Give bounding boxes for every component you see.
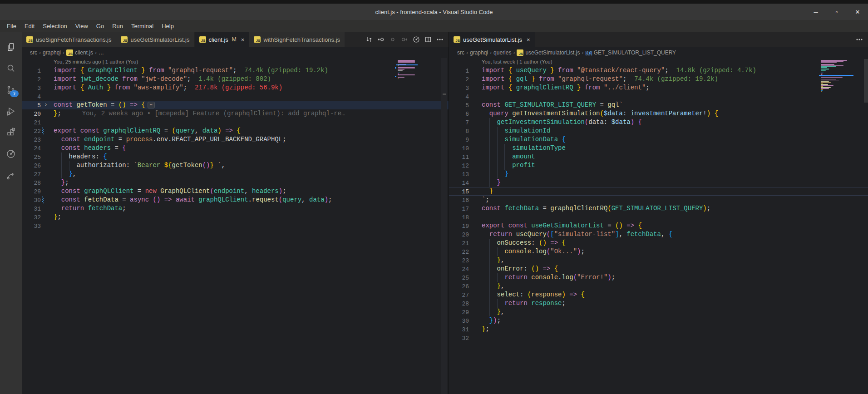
tab-useGetSimulatorList.js[interactable]: JSuseGetSimulatorList.js [116, 32, 194, 47]
code-line[interactable]: 19export const useGetSimulatorList = () … [449, 222, 868, 230]
more-actions-icon[interactable] [854, 34, 864, 44]
tab-client.js[interactable]: JSclient.jsM× [195, 32, 250, 47]
minimize-button[interactable]: ─ [805, 4, 826, 20]
share-icon[interactable] [0, 164, 22, 186]
code-line[interactable]: 8 simulationId [449, 127, 868, 135]
code-line[interactable]: 12 profit [449, 161, 868, 170]
code-line[interactable]: 9 simulationData { [449, 135, 868, 144]
code-line[interactable]: 6 query getInvestmentSimulation($data: i… [449, 109, 868, 118]
code-line[interactable]: 32 [449, 334, 868, 342]
code-line[interactable]: 31}; [449, 325, 868, 334]
tab-withSignFetchTransactions.js[interactable]: JSwithSignFetchTransactions.js [249, 32, 345, 47]
close-icon[interactable]: × [241, 36, 245, 43]
codelens-authors[interactable]: You, last week | 1 author (You) [449, 58, 868, 66]
folded-region-badge[interactable]: ⋯ [148, 102, 155, 108]
code-line[interactable]: 27 }, [22, 170, 449, 178]
fold-chevron-icon[interactable]: › [41, 101, 51, 109]
menu-item-selection[interactable]: Selection [39, 21, 71, 31]
menu-item-help[interactable]: Help [158, 21, 178, 31]
code-line[interactable]: 21 [22, 118, 449, 127]
explorer-icon[interactable] [0, 36, 22, 58]
code-line[interactable]: 3import { graphqlClientRQ } from "../cli… [449, 84, 868, 92]
code-line[interactable]: 28 return response; [449, 299, 868, 308]
breadcrumb[interactable]: src›graphql›queries›JSuseGetSimulatorLis… [449, 47, 868, 58]
tab-useSignFetchTransactions.js[interactable]: JSuseSignFetchTransactions.js [22, 32, 116, 47]
previous-change-icon[interactable] [376, 34, 386, 44]
title-bar[interactable]: client.js - frontend-xcala - Visual Stud… [0, 4, 868, 20]
code-line[interactable]: 20 return useQuery(["simulator-list"], f… [449, 230, 868, 239]
maximize-button[interactable]: ▫ [826, 4, 847, 20]
search-icon[interactable] [0, 58, 22, 79]
code-line[interactable]: 33 [22, 222, 449, 230]
code-line[interactable]: 24 const headers = { [22, 144, 449, 153]
code-line[interactable]: 4 [449, 92, 868, 101]
breadcrumb-item[interactable]: graphql [470, 49, 488, 56]
vertical-scrollbar[interactable] [864, 59, 868, 103]
minimap[interactable] [398, 59, 417, 80]
code-line[interactable]: 24 onError: () => { [449, 265, 868, 273]
code-line[interactable]: 30 }); [449, 316, 868, 325]
code-line[interactable]: 17const fetchData = graphqlClientRQ(GET_… [449, 204, 868, 213]
breadcrumb-item[interactable]: … [99, 49, 104, 56]
more-actions-icon[interactable] [435, 34, 445, 44]
menu-item-edit[interactable]: Edit [20, 21, 39, 31]
code-line[interactable]: 25 headers: { [22, 153, 449, 161]
code-line[interactable]: 28 }; [22, 178, 449, 187]
code-line[interactable]: 3import { Auth } from "aws-amplify"; 217… [22, 84, 449, 92]
code-line[interactable]: 23 const endpoint = process.env.REACT_AP… [22, 135, 449, 144]
code-line[interactable]: 26 }, [449, 282, 868, 291]
source-control-icon[interactable]: 7 [0, 79, 22, 100]
code-line[interactable]: 26 authorization: `Bearer ${getToken()} … [22, 161, 449, 170]
extensions-icon[interactable] [0, 122, 22, 143]
next-change-icon[interactable] [399, 34, 409, 44]
gitlens-annotate-icon[interactable] [411, 34, 421, 44]
current-change-icon[interactable] [388, 34, 398, 44]
minimap[interactable] [821, 59, 853, 94]
code-editor[interactable]: You, last week | 1 author (You)1import {… [449, 58, 868, 394]
menu-item-run[interactable]: Run [108, 21, 127, 31]
menu-item-terminal[interactable]: Terminal [127, 21, 158, 31]
breadcrumb-item[interactable]: src [30, 49, 37, 56]
code-line[interactable]: 27 select: (response) => { [449, 291, 868, 299]
tab-useGetSimulatorList.js[interactable]: JSuseGetSimulatorList.js× [449, 32, 535, 47]
code-line[interactable]: 15 } [449, 187, 868, 196]
breadcrumb-item[interactable]: JSuseGetSimulatorList.js [517, 49, 580, 56]
code-line[interactable]: 29 }, [449, 308, 868, 316]
code-line[interactable]: 2import jwt_decode from "jwt-decode"; 1.… [22, 75, 449, 84]
breadcrumb[interactable]: src›graphql›JSclient.js›… [22, 47, 449, 58]
code-line[interactable]: 14 } [449, 178, 868, 187]
code-line[interactable]: 10 simulationType [449, 144, 868, 153]
code-line[interactable]: 11 amount [449, 153, 868, 161]
breadcrumb-item[interactable]: [@]GET_SIMULATOR_LIST_QUERY [585, 49, 676, 56]
close-button[interactable]: ✕ [847, 4, 868, 20]
menu-item-view[interactable]: View [71, 21, 92, 31]
open-changes-icon[interactable] [364, 34, 374, 44]
code-line[interactable]: 5const GET_SIMULATOR_LIST_QUERY = gql` [449, 101, 868, 109]
breadcrumb-item[interactable]: graphql [43, 49, 61, 56]
code-line[interactable]: 32}; [22, 213, 449, 222]
code-line[interactable]: 1import { useQuery } from "@tanstack/rea… [449, 66, 868, 75]
code-line[interactable]: 21 onSuccess: () => { [449, 239, 868, 247]
code-line[interactable]: 31 return fetchData; [22, 204, 449, 213]
code-line[interactable]: 20};You, 2 weeks ago • [mcepeda] Feature… [22, 109, 449, 118]
code-editor[interactable]: You, 25 minutes ago | 1 author (You)1imp… [22, 58, 449, 394]
menu-item-go[interactable]: Go [92, 21, 108, 31]
code-line[interactable]: 4 [22, 92, 449, 101]
code-line[interactable]: 18 [449, 213, 868, 222]
code-line[interactable]: 7 getInvestmentSimulation(data: $data) { [449, 118, 868, 127]
split-editor-icon[interactable] [423, 34, 433, 44]
breadcrumb-item[interactable]: queries [493, 49, 511, 56]
code-line[interactable]: 16`; [449, 196, 868, 204]
code-line[interactable]: 1import { GraphQLClient } from "graphql-… [22, 66, 449, 75]
breadcrumb-item[interactable]: src [457, 49, 464, 56]
breadcrumb-item[interactable]: JSclient.js [66, 49, 93, 56]
code-line[interactable]: 29 const graphQLClient = new GraphQLClie… [22, 187, 449, 196]
code-line[interactable]: 2import { gql } from "graphql-request"; … [449, 75, 868, 84]
code-line[interactable]: 13 } [449, 170, 868, 178]
code-line[interactable]: 22 console.log("Ok..."); [449, 247, 868, 256]
menu-item-file[interactable]: File [3, 21, 20, 31]
codelens-authors[interactable]: You, 25 minutes ago | 1 author (You) [22, 58, 449, 66]
code-line[interactable]: 23 }, [449, 256, 868, 265]
code-line[interactable]: 30 const fetchData = async () => await g… [22, 196, 449, 204]
code-line[interactable]: 25 return console.log("Error!"); [449, 273, 868, 282]
